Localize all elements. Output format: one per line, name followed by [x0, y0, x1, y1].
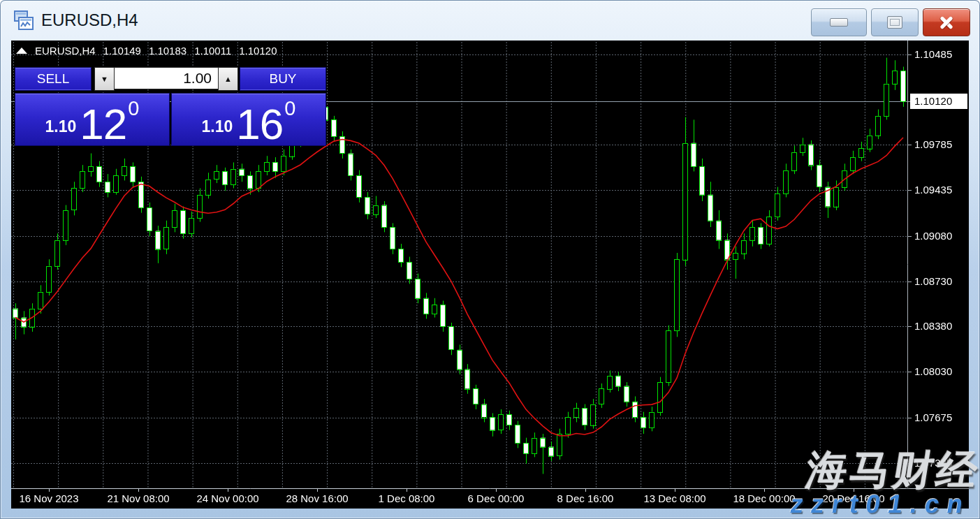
buy-button[interactable]: BUY [240, 67, 326, 91]
ohlc-close: 1.10120 [239, 45, 277, 57]
ask-price-prefix: 1.10 [202, 117, 233, 136]
chevron-down-icon: ▼ [101, 75, 108, 83]
close-icon [938, 14, 955, 31]
chevron-up-icon: ▲ [224, 75, 232, 83]
maximize-icon [887, 16, 902, 29]
window-title: EURUSD,H4 [41, 10, 138, 30]
maximize-button[interactable] [871, 8, 919, 36]
minimize-icon [830, 18, 848, 27]
ask-quote-panel[interactable]: 1.10 16 0 [171, 93, 326, 146]
minimize-button[interactable] [811, 8, 867, 36]
title-bar[interactable]: EURUSD,H4 [0, 0, 980, 41]
bid-quote-panel[interactable]: 1.10 12 0 [15, 93, 170, 146]
sell-button[interactable]: SELL [15, 67, 92, 91]
one-click-trading-panel: SELL ▼ ▲ BUY 1.10 12 0 [15, 67, 326, 146]
volume-decrease-button[interactable]: ▼ [94, 67, 115, 91]
ohlc-header: EURUSD,H4 1.10149 1.10183 1.10011 1.1012… [16, 45, 277, 57]
ohlc-high: 1.10183 [149, 45, 187, 57]
ask-price-sup: 0 [284, 97, 295, 120]
chart-icon [13, 10, 34, 31]
ask-price-big: 16 [236, 107, 283, 142]
ohlc-symbol: EURUSD,H4 [35, 45, 96, 57]
chart-window: EURUSD,H4 EURUSD,H4 1.10149 1.10183 1.10… [0, 0, 980, 519]
close-button[interactable] [923, 8, 970, 36]
collapse-panel-arrow-icon[interactable] [16, 47, 27, 54]
watermark-url: zzrt01.cn [788, 490, 972, 519]
chart-area: EURUSD,H4 1.10149 1.10183 1.10011 1.1012… [11, 41, 969, 509]
ohlc-low: 1.10011 [194, 45, 231, 57]
volume-increase-button[interactable]: ▲ [218, 67, 238, 91]
bid-price-big: 12 [80, 107, 126, 142]
volume-input[interactable] [115, 67, 218, 89]
ohlc-open: 1.10149 [103, 45, 141, 57]
bid-price-prefix: 1.10 [45, 117, 77, 136]
bid-price-sup: 0 [128, 97, 139, 120]
